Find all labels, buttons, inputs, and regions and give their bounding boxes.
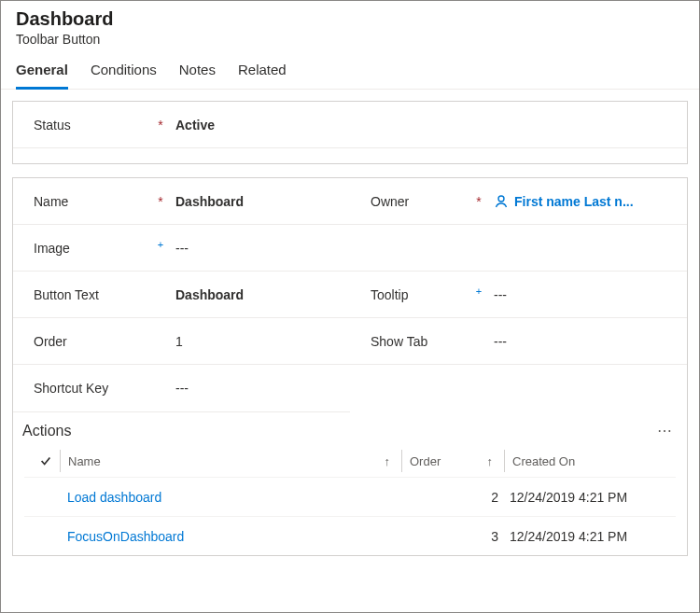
owner-field[interactable]: First name Last n... <box>486 194 687 209</box>
status-label: Status <box>13 118 153 132</box>
tab-related[interactable]: Related <box>238 62 287 89</box>
recommended-marker: + <box>153 239 168 250</box>
owner-label: Owner <box>350 194 471 209</box>
tab-notes[interactable]: Notes <box>179 62 216 89</box>
tooltip-field[interactable]: --- <box>486 287 687 302</box>
page-title: Dashboard <box>16 8 684 30</box>
recommended-marker: + <box>471 286 486 297</box>
actions-heading: Actions <box>22 423 71 439</box>
order-field[interactable]: 1 <box>168 334 350 349</box>
more-actions-button[interactable]: ⋯ <box>657 422 674 439</box>
check-icon <box>39 454 52 467</box>
owner-value: First name Last n... <box>514 194 634 209</box>
name-label: Name <box>13 194 153 209</box>
status-value[interactable]: Active <box>168 118 687 132</box>
svg-point-0 <box>498 196 504 202</box>
show-tab-label: Show Tab <box>350 334 471 349</box>
action-created: 12/24/2019 4:21 PM <box>504 529 676 544</box>
status-section: Status * Active <box>12 101 688 164</box>
column-order[interactable]: Order <box>401 450 457 472</box>
name-field[interactable]: Dashboard <box>168 194 350 209</box>
tooltip-label: Tooltip <box>350 287 471 302</box>
button-text-label: Button Text <box>13 287 153 302</box>
table-row[interactable]: Load dashboard 2 12/24/2019 4:21 PM <box>24 477 676 516</box>
shortcut-key-label: Shortcut Key <box>13 381 153 396</box>
action-link[interactable]: FocusOnDashboard <box>60 529 364 544</box>
entity-type: Toolbar Button <box>16 32 684 47</box>
required-marker: * <box>471 194 486 209</box>
image-field[interactable]: --- <box>168 241 687 256</box>
image-label: Image <box>13 241 153 256</box>
sort-arrow-icon[interactable]: ↑ <box>385 454 391 468</box>
action-order: 2 <box>457 490 504 505</box>
details-section: Name * Dashboard Owner * First name Last… <box>12 177 688 556</box>
tab-general[interactable]: General <box>16 62 68 90</box>
order-label: Order <box>13 334 153 349</box>
sort-arrow-icon[interactable]: ↑ <box>487 454 494 468</box>
action-link[interactable]: Load dashboard <box>60 490 364 505</box>
tab-bar: General Conditions Notes Related <box>1 50 699 90</box>
actions-grid-header: Name ↑ Order ↑ Created On <box>24 445 676 477</box>
action-order: 3 <box>457 529 504 544</box>
select-all-column[interactable] <box>24 450 60 472</box>
action-created: 12/24/2019 4:21 PM <box>504 490 676 505</box>
person-icon <box>494 194 509 209</box>
column-created-on[interactable]: Created On <box>504 450 676 472</box>
shortcut-key-field[interactable]: --- <box>168 381 350 396</box>
column-name[interactable]: Name <box>60 450 364 472</box>
table-row[interactable]: FocusOnDashboard 3 12/24/2019 4:21 PM <box>24 516 676 555</box>
show-tab-field[interactable]: --- <box>486 334 687 349</box>
required-marker: * <box>153 194 168 209</box>
required-marker: * <box>153 118 168 132</box>
button-text-field[interactable]: Dashboard <box>168 287 350 302</box>
tab-conditions[interactable]: Conditions <box>91 62 157 89</box>
